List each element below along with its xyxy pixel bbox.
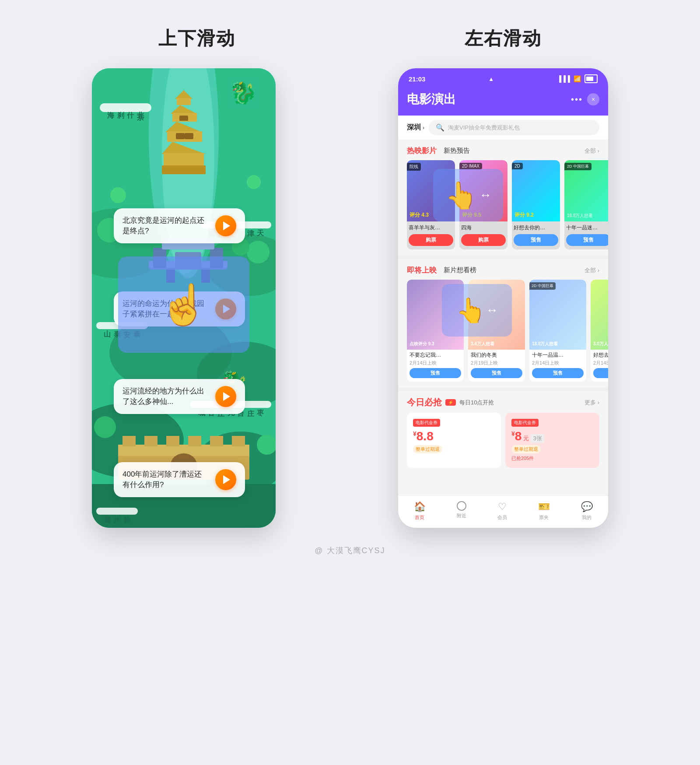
movie-score-1: 评分 4.3 xyxy=(410,211,429,219)
nav-home[interactable]: 🏠 首页 xyxy=(414,501,426,521)
svg-rect-46 xyxy=(210,436,223,446)
play-button-4[interactable] xyxy=(215,469,236,490)
nav-nearby[interactable]: 附近 xyxy=(457,501,466,521)
tab-upcoming[interactable]: 即将上映 xyxy=(407,265,437,275)
tab-new-trailers[interactable]: 新热预告 xyxy=(444,147,470,155)
more-options-button[interactable]: ••• xyxy=(571,95,583,105)
movie-thumb-1: 院线 评分 4.3 xyxy=(407,160,455,221)
phone-left[interactable]: 🐉 🐉 xyxy=(92,68,276,528)
svg-point-15 xyxy=(110,187,126,203)
upcoming-badge-3: 2D 中国巨幕 xyxy=(529,282,556,290)
close-icon: × xyxy=(592,96,595,103)
deals-header: 今日必抢 ⚡ 每日10点开抢 更多 › xyxy=(407,397,599,408)
ticket-icon: 🎫 xyxy=(538,501,550,512)
nav-ticket[interactable]: 🎫 票夹 xyxy=(538,501,550,521)
upcoming-presale-2[interactable]: 预售 xyxy=(471,368,522,378)
upcoming-watchers-2: 3.4万人想看 xyxy=(471,341,494,347)
movie-card-2[interactable]: 2D IMAX 评分 9.5 四海 购票 xyxy=(459,160,508,249)
movie-badge-4: 2D 中国巨幕 xyxy=(564,163,592,170)
deal-sold-2: 已抢205件 xyxy=(511,455,534,462)
search-bar: 深圳 › 🔍 淘麦VIP抽全年免费观影礼包 xyxy=(398,116,608,140)
scroll-gesture-overlay: ☝ xyxy=(118,256,249,353)
home-icon: 🏠 xyxy=(414,501,426,512)
tab-hot-movies[interactable]: 热映影片 xyxy=(407,146,437,156)
presale-button-3[interactable]: 预售 xyxy=(514,234,558,246)
video-card-4[interactable]: 400年前运河除了漕运还有什么作用? xyxy=(114,462,245,497)
nav-membership[interactable]: ♡ 会员 xyxy=(497,501,507,521)
tab-want-to-see[interactable]: 新片想看榜 xyxy=(444,266,476,274)
play-button-1[interactable] xyxy=(215,215,236,236)
deals-more[interactable]: 更多 › xyxy=(584,399,599,407)
movie-badge-2: 2D IMAX xyxy=(459,163,482,169)
movie-watchers-4: 18.8万人想看 xyxy=(567,213,593,219)
upcoming-card-2[interactable]: 3.4万人想看 我们的冬奥 2月19日上映 预售 xyxy=(468,280,525,382)
view-all-hot[interactable]: 全部 › xyxy=(584,147,599,155)
upcoming-card-3[interactable]: 2D 中国巨幕 18.8万人想看 十年一品温… 2月14日上映 预售 xyxy=(529,280,586,382)
upcoming-movies-container: 点映评分 9.3 不要忘记我… 2月14日上映 预售 3.4万人想看 我们的冬奥… xyxy=(398,280,608,388)
svg-rect-25 xyxy=(164,153,204,165)
upcoming-thumb-4: 3.0万人想看 xyxy=(591,280,608,350)
deals-subtitle: 每日10点开抢 xyxy=(459,399,494,407)
title-right: 左右滑动 xyxy=(465,26,542,51)
divider-2 xyxy=(398,388,608,391)
deal-price-1: ¥8.8 xyxy=(413,429,434,443)
upcoming-thumb-3: 2D 中国巨幕 18.8万人想看 xyxy=(529,280,586,350)
video-card-3[interactable]: 运河流经的地方为什么出了这么多神仙... xyxy=(114,379,245,414)
deals-title: 今日必抢 xyxy=(407,397,442,408)
buy-ticket-button-2[interactable]: 购票 xyxy=(461,234,506,246)
movie-badge-1: 院线 xyxy=(407,163,421,171)
location-beijing: 北京什刹海 xyxy=(100,103,151,112)
upcoming-presale-4[interactable]: 预售 xyxy=(593,368,608,378)
svg-point-16 xyxy=(247,175,261,189)
phone-right: 21:03 ▲ ▐▐▐ 📶 电影演出 ••• × 深圳 xyxy=(398,68,608,528)
mine-icon: 💬 xyxy=(581,501,593,512)
svg-rect-29 xyxy=(185,133,193,139)
city-chevron-icon: › xyxy=(423,125,424,131)
movie-card-3[interactable]: 2D 评分 9.2 好想去你的… 预售 xyxy=(512,160,560,249)
buy-ticket-button-1[interactable]: 购票 xyxy=(409,234,453,246)
hot-movies-scroll[interactable]: 院线 评分 4.3 喜羊羊与灰… 购票 2D IMAX 评分 9.5 xyxy=(398,160,608,256)
nav-mine-label: 我的 xyxy=(582,514,592,521)
upcoming-date-2: 2月19日上映 xyxy=(468,360,525,368)
movie-card-4[interactable]: 2D 中国巨幕 18.8万人想看 十年一品迷… 预售 xyxy=(564,160,608,249)
header-icons: ••• × xyxy=(571,93,599,105)
upcoming-thumb-1: 点映评分 9.3 xyxy=(407,280,464,350)
status-bar: 21:03 ▲ ▐▐▐ 📶 xyxy=(398,68,608,87)
upcoming-presale-3[interactable]: 预售 xyxy=(532,368,584,378)
battery-icon xyxy=(584,74,598,83)
city-selector[interactable]: 深圳 › xyxy=(407,123,424,132)
upcoming-movies-scroll[interactable]: 点映评分 9.3 不要忘记我… 2月14日上映 预售 3.4万人想看 我们的冬奥… xyxy=(398,280,608,388)
deal-price-container-2: ¥8 元 3张 xyxy=(511,429,544,443)
upcoming-score-1: 点映评分 9.3 xyxy=(410,341,434,347)
deal-tag-1: 整单过期退 xyxy=(413,445,442,453)
upcoming-card-4[interactable]: 3.0万人想看 好想去你的… 2月14日上映 预售 xyxy=(591,280,608,382)
movie-name-2: 四海 xyxy=(461,224,506,232)
location-yangzhou: 扬州遛 xyxy=(96,508,138,515)
upcoming-watchers-3: 18.8万人想看 xyxy=(532,341,558,347)
divider-1 xyxy=(398,256,608,259)
signal-icon: ▐▐▐ xyxy=(557,75,570,82)
upcoming-watchers-4: 3.0万人想看 xyxy=(593,341,608,347)
video-card-1[interactable]: 北京究竟是运河的起点还是终点? xyxy=(114,208,245,243)
upcoming-presale-1[interactable]: 预售 xyxy=(410,368,461,378)
video-card-3-text: 运河流经的地方为什么出了这么多神仙... xyxy=(122,386,209,407)
close-button[interactable]: × xyxy=(587,93,599,105)
nearby-icon xyxy=(457,501,466,511)
phones-row: 🐉 🐉 xyxy=(44,68,656,528)
presale-button-4[interactable]: 预售 xyxy=(566,234,608,246)
deal-card-2[interactable]: 电影代金券 ¥8 元 3张 整单过期退 已抢205件 xyxy=(505,413,599,468)
nav-mine[interactable]: 💬 我的 xyxy=(581,501,593,521)
play-button-3[interactable] xyxy=(215,386,236,407)
city-name: 深圳 xyxy=(407,123,421,132)
watermark: @ 大漠飞鹰CYSJ xyxy=(315,545,385,556)
movie-card-1[interactable]: 院线 评分 4.3 喜羊羊与灰… 购票 xyxy=(407,160,455,249)
upcoming-name-4: 好想去你的… xyxy=(591,350,608,360)
movie-thumb-4: 2D 中国巨幕 18.8万人想看 xyxy=(564,160,608,221)
title-left: 上下滑动 xyxy=(158,26,235,51)
search-field[interactable]: 🔍 淘麦VIP抽全年免费观影礼包 xyxy=(429,120,599,135)
search-icon: 🔍 xyxy=(436,123,444,132)
upcoming-card-1[interactable]: 点映评分 9.3 不要忘记我… 2月14日上映 预售 xyxy=(407,280,464,382)
view-all-upcoming[interactable]: 全部 › xyxy=(584,267,599,274)
nav-nearby-label: 附近 xyxy=(457,512,466,519)
deal-card-1[interactable]: 电影代金券 ¥8.8 整单过期退 xyxy=(407,413,501,468)
